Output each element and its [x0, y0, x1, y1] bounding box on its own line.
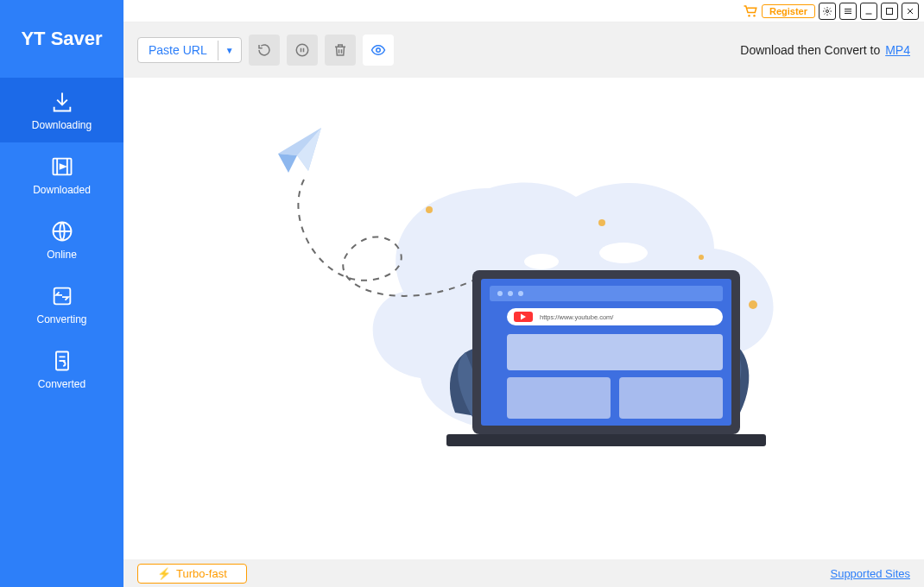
- sidebar: YT Saver Downloading Downloaded Online: [0, 0, 123, 587]
- toolbar: Paste URL ▼ Download then Convert to MP4: [123, 22, 924, 78]
- sidebar-nav: Downloading Downloaded Online Converting: [0, 78, 123, 401]
- svg-point-15: [524, 254, 559, 269]
- svg-point-4: [748, 15, 750, 16]
- sidebar-item-label: Online: [47, 249, 77, 261]
- delete-button[interactable]: [325, 35, 356, 66]
- sidebar-item-label: Converting: [36, 313, 86, 325]
- sidebar-item-downloading[interactable]: Downloading: [0, 78, 123, 142]
- svg-point-21: [518, 291, 523, 296]
- settings-button[interactable]: [819, 3, 836, 20]
- svg-rect-18: [490, 286, 723, 301]
- supported-sites-link[interactable]: Supported Sites: [830, 567, 910, 580]
- svg-rect-25: [507, 334, 723, 370]
- minimize-button[interactable]: [860, 3, 877, 20]
- svg-point-12: [699, 255, 704, 260]
- empty-illustration: https://www.youtube.com/: [231, 119, 818, 482]
- brand-title: YT Saver: [0, 0, 123, 78]
- svg-point-8: [296, 44, 308, 56]
- chevron-down-icon[interactable]: ▼: [218, 41, 241, 60]
- paste-url-label: Paste URL: [138, 38, 218, 62]
- convert-text: Download then Convert to: [740, 43, 880, 57]
- svg-point-10: [426, 206, 433, 213]
- convert-format-link[interactable]: MP4: [885, 43, 910, 57]
- svg-point-11: [598, 219, 605, 226]
- globe-icon: [50, 219, 74, 243]
- svg-point-20: [508, 291, 513, 296]
- svg-rect-26: [507, 377, 611, 419]
- sidebar-item-label: Downloaded: [33, 184, 91, 196]
- svg-point-14: [599, 243, 648, 263]
- bolt-icon: ⚡: [157, 567, 171, 580]
- sidebar-item-label: Downloading: [32, 119, 92, 131]
- maximize-button[interactable]: [881, 3, 898, 20]
- sidebar-item-label: Converted: [38, 378, 85, 390]
- cart-icon[interactable]: [743, 4, 758, 18]
- sidebar-item-downloaded[interactable]: Downloaded: [0, 142, 123, 207]
- file-check-icon: [50, 349, 74, 373]
- close-button[interactable]: [902, 3, 919, 20]
- download-icon: [50, 90, 74, 114]
- main-area: Register Paste URL ▼ Download then Conve…: [123, 0, 924, 587]
- svg-point-5: [753, 15, 755, 16]
- pause-button[interactable]: [287, 35, 318, 66]
- svg-point-9: [376, 48, 380, 53]
- preview-button[interactable]: [363, 35, 394, 66]
- svg-rect-2: [54, 287, 70, 304]
- svg-point-13: [749, 300, 757, 309]
- sidebar-item-online[interactable]: Online: [0, 207, 123, 272]
- svg-rect-27: [619, 377, 723, 419]
- titlebar: Register: [123, 0, 924, 22]
- illustration-url: https://www.youtube.com/: [540, 313, 614, 321]
- turbo-fast-button[interactable]: ⚡ Turbo-fast: [137, 564, 247, 584]
- resume-button[interactable]: [249, 35, 280, 66]
- turbo-label: Turbo-fast: [176, 567, 227, 580]
- convert-format-control: Download then Convert to MP4: [740, 43, 910, 57]
- svg-rect-28: [446, 434, 766, 446]
- statusbar: ⚡ Turbo-fast Supported Sites: [123, 559, 924, 587]
- sidebar-item-converted[interactable]: Converted: [0, 337, 123, 401]
- film-icon: [50, 155, 74, 179]
- svg-point-19: [497, 291, 503, 296]
- svg-point-6: [826, 9, 829, 12]
- paste-url-button[interactable]: Paste URL ▼: [137, 37, 242, 63]
- content-empty-state: https://www.youtube.com/: [123, 78, 924, 559]
- menu-button[interactable]: [839, 3, 857, 20]
- register-button[interactable]: Register: [762, 4, 815, 18]
- svg-rect-7: [887, 8, 893, 14]
- convert-icon: [50, 284, 74, 308]
- app-window: YT Saver Downloading Downloaded Online: [0, 0, 924, 587]
- sidebar-item-converting[interactable]: Converting: [0, 272, 123, 337]
